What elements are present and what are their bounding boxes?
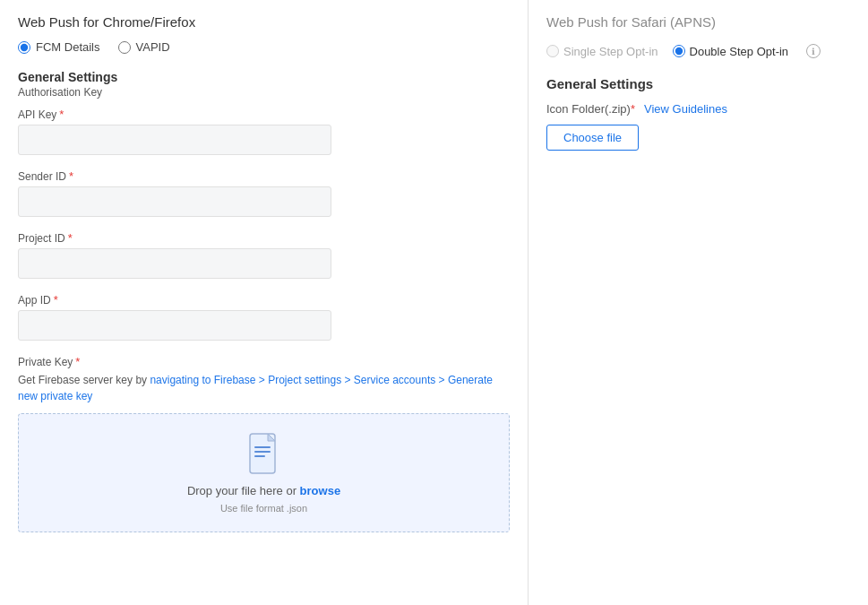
app-id-input[interactable]	[18, 310, 331, 341]
double-step-radio[interactable]	[673, 45, 685, 57]
api-key-input[interactable]	[18, 125, 331, 155]
icon-folder-label: Icon Folder(.zip)*	[546, 102, 635, 116]
file-document-icon	[246, 432, 282, 475]
browse-link[interactable]: browse	[300, 484, 341, 497]
left-section-title: Web Push for Chrome/Firefox	[18, 14, 510, 30]
vapid-radio-option[interactable]: VAPID	[118, 40, 170, 54]
api-key-required-star: *	[59, 108, 64, 121]
project-id-group: Project ID *	[18, 231, 510, 279]
private-key-section: Private Key * Get Firebase server key by…	[18, 355, 510, 532]
icon-folder-row: Icon Folder(.zip)* View Guidelines	[546, 102, 850, 116]
sender-id-required-star: *	[69, 169, 73, 183]
icon-folder-required-star: *	[631, 102, 635, 116]
single-step-radio[interactable]	[546, 45, 559, 57]
private-key-required-star: *	[75, 355, 80, 368]
app-id-group: App ID *	[18, 293, 510, 341]
fcm-radio-option[interactable]: FCM Details	[18, 40, 100, 54]
single-step-option[interactable]: Single Step Opt-in	[546, 45, 658, 58]
right-general-settings-heading: General Settings	[546, 76, 850, 91]
app-id-required-star: *	[54, 293, 58, 307]
right-panel: Web Push for Safari (APNS) Single Step O…	[529, 0, 868, 605]
right-section-title: Web Push for Safari (APNS)	[546, 14, 850, 30]
fcm-vapid-radio-group: FCM Details VAPID	[18, 40, 510, 54]
auth-key-label: Authorisation Key	[18, 86, 510, 99]
vapid-radio-label: VAPID	[136, 40, 170, 54]
api-key-label: API Key *	[18, 108, 510, 121]
dropzone-text: Drop your file here or browse	[187, 484, 340, 497]
sender-id-group: Sender ID *	[18, 169, 510, 217]
sender-id-input[interactable]	[18, 186, 331, 217]
svg-rect-3	[254, 451, 271, 453]
private-key-description: Get Firebase server key by navigating to…	[18, 372, 510, 404]
sender-id-label: Sender ID *	[18, 169, 510, 183]
fcm-radio-label: FCM Details	[36, 40, 100, 54]
app-id-label: App ID *	[18, 293, 510, 307]
general-settings-block: General Settings Authorisation Key	[18, 70, 510, 99]
single-step-label: Single Step Opt-in	[563, 45, 658, 58]
general-settings-heading: General Settings	[18, 70, 510, 84]
project-id-label: Project ID *	[18, 231, 510, 245]
project-id-required-star: *	[68, 231, 73, 245]
svg-rect-2	[254, 446, 271, 448]
opt-in-radio-group: Single Step Opt-in Double Step Opt-in ℹ	[546, 44, 850, 58]
private-key-label: Private Key *	[18, 355, 510, 368]
info-icon[interactable]: ℹ	[806, 44, 821, 58]
project-id-input[interactable]	[18, 248, 331, 279]
dropzone-format-hint: Use file format .json	[220, 503, 307, 514]
fcm-radio-input[interactable]	[18, 41, 30, 54]
svg-rect-4	[254, 455, 265, 457]
choose-file-button[interactable]: Choose file	[546, 125, 639, 151]
vapid-radio-input[interactable]	[118, 41, 131, 54]
view-guidelines-link[interactable]: View Guidelines	[644, 102, 727, 116]
double-step-option[interactable]: Double Step Opt-in	[673, 45, 789, 58]
left-panel: Web Push for Chrome/Firefox FCM Details …	[0, 0, 529, 605]
file-dropzone[interactable]: Drop your file here or browse Use file f…	[18, 413, 510, 532]
double-step-label: Double Step Opt-in	[690, 45, 789, 58]
api-key-group: API Key *	[18, 108, 510, 155]
